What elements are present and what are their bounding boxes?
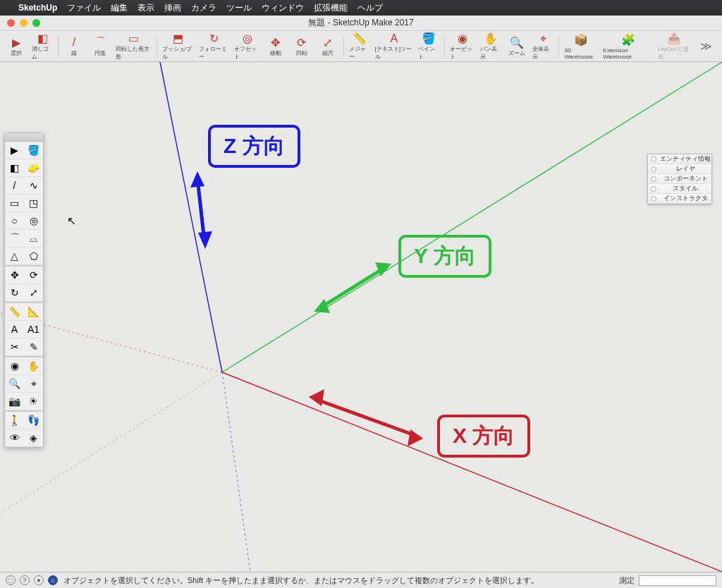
inspector-row[interactable]: スタイル	[648, 184, 711, 194]
mac-menubar[interactable]: SketchUp ファイル 編集 表示 挿画 カメラ ツール ウィンドウ 拡張機…	[0, 0, 722, 16]
palette-tool[interactable]: ✂	[5, 338, 24, 356]
palette-tool[interactable]: ↻	[5, 284, 24, 302]
toolbar-[interactable]: ⟳回転	[290, 32, 314, 61]
toolbar-ExtensionWarehouse[interactable]: 🧩Extension Warehouse	[601, 32, 654, 61]
palette-tool[interactable]: ∿	[24, 177, 43, 195]
toolbar-overflow-icon[interactable]: ≫	[695, 39, 718, 53]
inspector-toggle-icon[interactable]	[651, 157, 656, 162]
inspector-toggle-icon[interactable]	[651, 166, 656, 172]
status-credits-icon[interactable]: ?	[20, 575, 30, 585]
svg-marker-7	[190, 171, 204, 188]
menu-help[interactable]: ヘルプ	[357, 2, 383, 14]
palette-tool[interactable]: ◈	[24, 429, 43, 447]
toolbar-[interactable]: 📏メジャー	[348, 32, 372, 61]
status-nav-icon[interactable]: ⌂	[48, 575, 58, 585]
toolbar-[interactable]: ⬒プッシュ/プル	[161, 32, 195, 61]
palette-tool[interactable]: A	[5, 321, 24, 338]
menu-tools[interactable]: ツール	[226, 2, 252, 14]
inspector-toggle-icon[interactable]	[651, 196, 656, 202]
palette-tool[interactable]: 👣	[24, 412, 43, 429]
palette-tool[interactable]: ⬠	[24, 247, 43, 265]
toolbar-label: 選択	[11, 49, 22, 57]
window-title: 無題 - SketchUp Make 2017	[0, 17, 722, 29]
palette-tool[interactable]: 🪣	[24, 142, 43, 159]
toolbar-[interactable]: 🪣ペイント	[417, 32, 441, 61]
menu-file[interactable]: ファイル	[67, 2, 101, 14]
inspector-panel[interactable]: エンティティ情報レイヤコンポーネントスタイルインストラクタ	[647, 154, 712, 204]
palette-tool[interactable]: ☀	[24, 393, 43, 410]
inspector-toggle-icon[interactable]	[651, 176, 656, 182]
inspector-label: スタイル	[659, 184, 711, 193]
palette-tool[interactable]: 📐	[24, 303, 43, 321]
close-window-button[interactable]	[7, 19, 15, 27]
toolbar-[interactable]: ✥移動	[264, 32, 288, 61]
palette-tool[interactable]: ⟳	[24, 267, 43, 284]
toolbar-icon: ▭	[126, 32, 140, 45]
toolbar-[interactable]: ▭回転した長方形	[114, 32, 153, 61]
toolbar-[interactable]: /線	[62, 32, 86, 61]
inspector-row[interactable]: エンティティ情報	[648, 154, 711, 164]
palette-tool[interactable]: ▶	[5, 142, 24, 159]
inspector-toggle-icon[interactable]	[651, 186, 656, 192]
toolbar-[interactable]: ⌒円弧	[88, 32, 112, 61]
app-menu[interactable]: SketchUp	[18, 3, 57, 13]
palette-tool[interactable]: ◎	[24, 212, 43, 230]
palette-tool[interactable]: 🧽	[24, 159, 43, 177]
toolbar-[interactable]: 🔍ズーム	[505, 32, 529, 61]
toolbar-[interactable]: ▶選択	[4, 32, 28, 61]
palette-tool[interactable]: ○	[5, 212, 24, 230]
palette-tool[interactable]: A1	[24, 321, 43, 338]
toolbar-icon: A	[387, 32, 401, 45]
x-direction-label: X 方向	[437, 415, 530, 458]
menu-view[interactable]: 表示	[137, 2, 154, 14]
menu-draw[interactable]: 挿画	[164, 2, 181, 14]
toolbar-[interactable]: A[テキスト]ツール	[374, 32, 415, 61]
measurement-input[interactable]	[639, 575, 716, 586]
inspector-row[interactable]: レイヤ	[648, 164, 711, 174]
minimize-window-button[interactable]	[20, 19, 27, 27]
toolbar-3DWarehouse[interactable]: 📦3D Warehouse	[563, 32, 599, 61]
palette-tool[interactable]: ◳	[24, 195, 43, 212]
palette-tool[interactable]: ▭	[5, 195, 24, 212]
toolbar-[interactable]: ↻フォローミー	[197, 32, 231, 61]
toolbar-[interactable]: ◧消しゴム	[30, 32, 54, 61]
window-titlebar: 無題 - SketchUp Make 2017	[0, 16, 722, 31]
palette-tool[interactable]: ✋	[24, 357, 43, 375]
toolbar-label: LayOut に送信	[658, 45, 691, 61]
toolbar-[interactable]: ✋パン表示	[479, 32, 503, 61]
drawing-canvas[interactable]: Z 方向 Y 方向 X 方向 ↖ ▶🪣◧🧽/∿▭◳○◎⌒⌓△⬠✥⟳↻⤢📏📐AA1…	[0, 62, 722, 572]
palette-tool[interactable]: /	[5, 177, 24, 195]
toolbar-[interactable]: ◉オービット	[448, 32, 477, 61]
palette-tool[interactable]: 📷	[5, 393, 24, 410]
maximize-window-button[interactable]	[32, 19, 40, 27]
toolbar-[interactable]: ◎オフセット	[233, 32, 261, 61]
palette-tool[interactable]: 🚶	[5, 412, 24, 429]
palette-tool[interactable]: ⌓	[24, 230, 43, 247]
menu-edit[interactable]: 編集	[111, 2, 128, 14]
menu-camera[interactable]: カメラ	[191, 2, 216, 14]
inspector-row[interactable]: コンポーネント	[648, 174, 711, 184]
palette-tool[interactable]: 👁	[5, 429, 24, 447]
status-geo-icon[interactable]: ◌	[6, 575, 16, 585]
toolbar-label: オービット	[450, 45, 475, 61]
palette-tool[interactable]: ◉	[5, 357, 24, 375]
palette-tool[interactable]: ⌖	[24, 375, 43, 393]
palette-drag-handle[interactable]	[5, 133, 43, 142]
menu-window[interactable]: ウィンドウ	[262, 2, 304, 14]
palette-tool[interactable]: 🔍	[5, 375, 24, 393]
palette-tool[interactable]: △	[5, 247, 24, 265]
toolbar-icon: ✋	[484, 32, 498, 45]
palette-tool[interactable]: ⌒	[5, 230, 24, 247]
palette-tool[interactable]: ◧	[5, 159, 24, 177]
large-toolset-palette[interactable]: ▶🪣◧🧽/∿▭◳○◎⌒⌓△⬠✥⟳↻⤢📏📐AA1✂✎◉✋🔍⌖📷☀🚶👣👁◈	[4, 133, 44, 448]
palette-tool[interactable]: ✥	[5, 267, 24, 284]
toolbar-icon: ⌒	[93, 35, 107, 49]
palette-tool[interactable]: ⤢	[24, 284, 43, 302]
toolbar-[interactable]: ⌖全体表示	[531, 32, 555, 61]
palette-tool[interactable]: ✎	[24, 338, 43, 356]
status-profile-icon[interactable]: ●	[34, 575, 44, 585]
inspector-row[interactable]: インストラクタ	[648, 194, 711, 204]
palette-tool[interactable]: 📏	[5, 303, 24, 321]
menu-ext[interactable]: 拡張機能	[314, 2, 348, 14]
toolbar-[interactable]: ⤢縮尺	[316, 32, 340, 61]
